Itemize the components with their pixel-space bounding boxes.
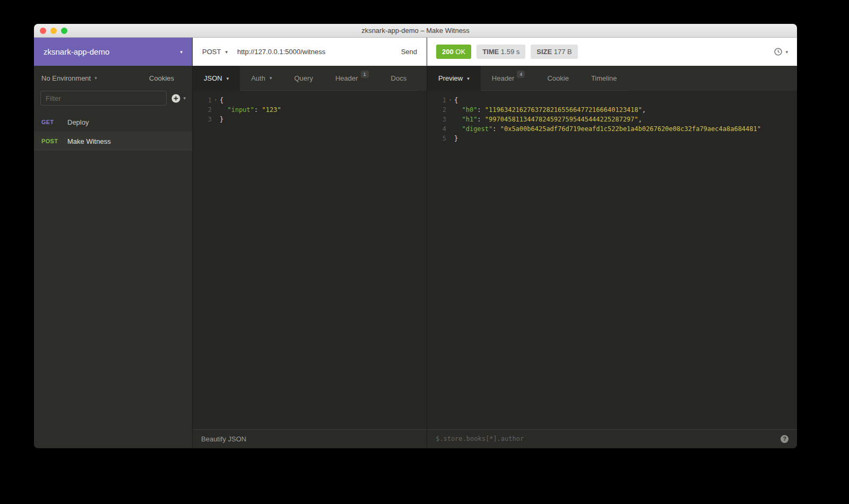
line-number: 1 <box>193 95 212 105</box>
chevron-down-icon: ▾ <box>227 76 229 81</box>
fold-gutter-spacer <box>446 115 454 124</box>
request-item-make-witness[interactable]: POSTMake Witness <box>34 132 192 151</box>
request-list: GETDeployPOSTMake Witness <box>34 112 192 448</box>
request-panel: POST ▾ http://127.0.0.1:5000/witness Sen… <box>192 38 427 448</box>
status-code: 200 <box>442 48 454 56</box>
environment-selector[interactable]: No Environment ▾ <box>41 74 97 82</box>
code-token-punct: : <box>254 105 262 115</box>
app-window: zksnark-app-demo – Make Witness zksnark-… <box>34 24 797 448</box>
code-line: 2 "input": "123" <box>193 105 427 115</box>
response-tab-preview[interactable]: Preview▾ <box>427 66 481 91</box>
tab-label: Header <box>335 74 358 82</box>
response-body-viewer[interactable]: 1▾{2 "h0": "1196342162763728216556647721… <box>427 91 797 429</box>
method-label: POST <box>202 48 221 56</box>
tab-label: Auth <box>251 74 265 82</box>
code-token-punct: { <box>454 95 458 105</box>
code-token-value: "119634216276372821655664772166640123418… <box>485 105 642 115</box>
method-dropdown[interactable]: POST ▾ <box>193 48 234 56</box>
fold-arrow-icon[interactable]: ▾ <box>212 95 220 105</box>
code-line: 3} <box>193 115 427 124</box>
code-line: 2 "h0": "1196342162763728216556647721666… <box>427 105 797 115</box>
request-tab-header[interactable]: Header1 <box>324 66 380 91</box>
response-meta-bar: 200 OK TIME 1.59 s SIZE 177 B ▾ <box>427 38 797 66</box>
tab-label: Header <box>492 74 515 82</box>
chevron-down-icon: ▾ <box>225 49 228 55</box>
fold-gutter-spacer <box>446 134 454 143</box>
tab-label: JSON <box>204 74 222 82</box>
workspace-dropdown[interactable]: zksnark-app-demo ▾ <box>34 38 192 66</box>
code-token-punct <box>454 124 462 134</box>
code-token-value: "123" <box>262 105 281 115</box>
code-token-punct: } <box>454 134 458 143</box>
environment-label: No Environment <box>41 74 91 82</box>
code-line: 1▾{ <box>427 95 797 105</box>
fold-gutter-spacer <box>446 105 454 115</box>
chevron-down-icon: ▾ <box>94 75 97 81</box>
code-token-punct: : <box>477 115 484 124</box>
response-footer: ? <box>427 429 797 448</box>
request-tab-docs[interactable]: Docs <box>380 66 418 91</box>
request-footer: Beautify JSON <box>193 429 427 448</box>
line-number: 1 <box>427 95 446 105</box>
request-tabbar: JSON▾Auth▾QueryHeader1Docs <box>193 66 427 91</box>
help-icon[interactable]: ? <box>781 435 789 443</box>
send-button[interactable]: Send <box>392 48 427 56</box>
code-token-value: "99704581134478245927595445444225287297" <box>485 115 638 124</box>
code-token-key: "input" <box>227 105 254 115</box>
response-panel: 200 OK TIME 1.59 s SIZE 177 B ▾ Preview▾… <box>427 38 797 448</box>
request-tab-query[interactable]: Query <box>283 66 324 91</box>
time-badge: TIME 1.59 s <box>477 45 525 59</box>
status-badge: 200 OK <box>436 45 471 59</box>
sidebar: zksnark-app-demo ▾ No Environment ▾ Cook… <box>34 38 192 448</box>
chevron-down-icon: ▾ <box>183 95 186 101</box>
fold-arrow-icon[interactable]: ▾ <box>446 95 454 105</box>
code-token-punct: : <box>477 105 484 115</box>
code-token-key: "h0" <box>462 105 477 115</box>
request-name: Deploy <box>67 118 89 126</box>
request-tab-auth[interactable]: Auth▾ <box>240 66 283 91</box>
tab-count-badge: 4 <box>517 71 525 78</box>
line-number: 3 <box>193 115 212 124</box>
window-titlebar[interactable]: zksnark-app-demo – Make Witness <box>34 24 797 38</box>
code-token-value: "0x5a00b6425adf76d719eeafd1c522be1a4b026… <box>500 124 761 134</box>
close-window-button[interactable] <box>40 28 46 34</box>
beautify-json-button[interactable]: Beautify JSON <box>201 435 246 443</box>
app-body: zksnark-app-demo ▾ No Environment ▾ Cook… <box>34 38 797 448</box>
url-input[interactable]: http://127.0.0.1:5000/witness <box>234 48 392 56</box>
request-tab-json[interactable]: JSON▾ <box>193 66 240 91</box>
code-token-punct: , <box>638 115 642 124</box>
environment-row: No Environment ▾ Cookies <box>34 66 192 90</box>
response-history-dropdown[interactable]: ▾ <box>774 48 788 56</box>
minimize-window-button[interactable] <box>50 28 57 34</box>
chevron-down-icon: ▾ <box>467 76 470 81</box>
size-badge: SIZE 177 B <box>531 45 578 59</box>
status-text: OK <box>455 48 465 56</box>
response-tab-timeline[interactable]: Timeline <box>580 66 628 91</box>
response-filter-input[interactable] <box>436 435 781 442</box>
chevron-down-icon: ▾ <box>180 49 183 55</box>
request-method-tag: GET <box>41 119 60 125</box>
traffic-lights <box>40 24 67 37</box>
workspace-name: zksnark-app-demo <box>44 47 109 56</box>
url-bar: POST ▾ http://127.0.0.1:5000/witness Sen… <box>193 38 427 66</box>
request-name: Make Witness <box>67 137 111 145</box>
response-tab-cookie[interactable]: Cookie <box>536 66 579 91</box>
request-item-deploy[interactable]: GETDeploy <box>34 112 192 132</box>
code-token-punct <box>220 105 227 115</box>
window-title: zksnark-app-demo – Make Witness <box>361 27 470 34</box>
add-request-button[interactable]: ▾ <box>171 94 186 103</box>
code-token-punct: { <box>220 95 223 105</box>
code-token-punct: : <box>492 124 500 134</box>
code-line: 4 "digest": "0x5a00b6425adf76d719eeafd1c… <box>427 124 797 134</box>
filter-input[interactable] <box>40 91 167 106</box>
request-body-editor[interactable]: 1▾{2 "input": "123"3} <box>193 91 427 429</box>
cookies-button[interactable]: Cookies <box>149 74 174 82</box>
chevron-down-icon: ▾ <box>270 75 272 81</box>
code-token-punct <box>454 105 462 115</box>
fold-gutter-spacer <box>212 105 220 115</box>
tab-label: Preview <box>438 74 463 82</box>
code-token-key: "digest" <box>462 124 492 134</box>
zoom-window-button[interactable] <box>61 28 67 34</box>
response-tab-header[interactable]: Header4 <box>481 66 536 91</box>
line-number: 2 <box>427 105 446 115</box>
